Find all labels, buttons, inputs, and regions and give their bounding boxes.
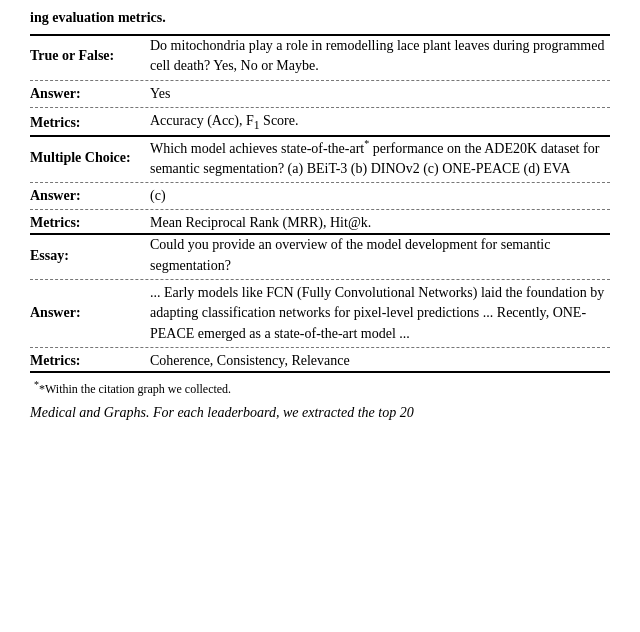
row-content: Yes — [150, 84, 610, 104]
row-content: Mean Reciprocal Rank (MRR), Hit@k. — [150, 213, 610, 234]
row-content: Do mitochondria play a role in remodelli… — [150, 35, 610, 77]
row-label: Answer: — [30, 283, 150, 344]
row-label: Metrics: — [30, 213, 150, 234]
table-row: Metrics:Accuracy (Acc), F1 Score. — [30, 111, 610, 136]
row-label: True or False: — [30, 35, 150, 77]
row-label: Multiple Choice: — [30, 137, 150, 179]
intro-text: ing evaluation metrics. — [30, 10, 610, 26]
evaluation-table: True or False:Do mitochondria play a rol… — [30, 34, 610, 371]
row-label: Metrics: — [30, 111, 150, 136]
table-row: Answer:Yes — [30, 84, 610, 104]
table-row: Metrics:Coherence, Consistency, Relevanc… — [30, 351, 610, 371]
table-row: Answer:(c) — [30, 186, 610, 206]
dashed-separator — [30, 276, 610, 283]
row-content: Could you provide an overview of the mod… — [150, 235, 610, 276]
table-row: Answer:... Early models like FCN (Fully … — [30, 283, 610, 344]
dashed-separator — [30, 344, 610, 351]
dashed-separator — [30, 206, 610, 213]
row-label: Metrics: — [30, 351, 150, 371]
row-content: Accuracy (Acc), F1 Score. — [150, 111, 610, 136]
footnote: **Within the citation graph we collected… — [30, 379, 610, 397]
dashed-separator — [30, 179, 610, 186]
row-content: (c) — [150, 186, 610, 206]
table-bottom-border — [30, 371, 610, 373]
dashed-separator — [30, 104, 610, 111]
row-label: Answer: — [30, 84, 150, 104]
row-label: Answer: — [30, 186, 150, 206]
row-content: ... Early models like FCN (Fully Convolu… — [150, 283, 610, 344]
dashed-separator — [30, 77, 610, 84]
table-row: Essay:Could you provide an overview of t… — [30, 235, 610, 276]
table-row: Metrics:Mean Reciprocal Rank (MRR), Hit@… — [30, 213, 610, 234]
table-row: Multiple Choice:Which model achieves sta… — [30, 137, 610, 179]
bottom-text: Medical and Graphs. For each leaderboard… — [30, 405, 610, 421]
row-content: Coherence, Consistency, Relevance — [150, 351, 610, 371]
row-content: Which model achieves state-of-the-art* p… — [150, 137, 610, 179]
row-label: Essay: — [30, 235, 150, 276]
table-row: True or False:Do mitochondria play a rol… — [30, 35, 610, 77]
